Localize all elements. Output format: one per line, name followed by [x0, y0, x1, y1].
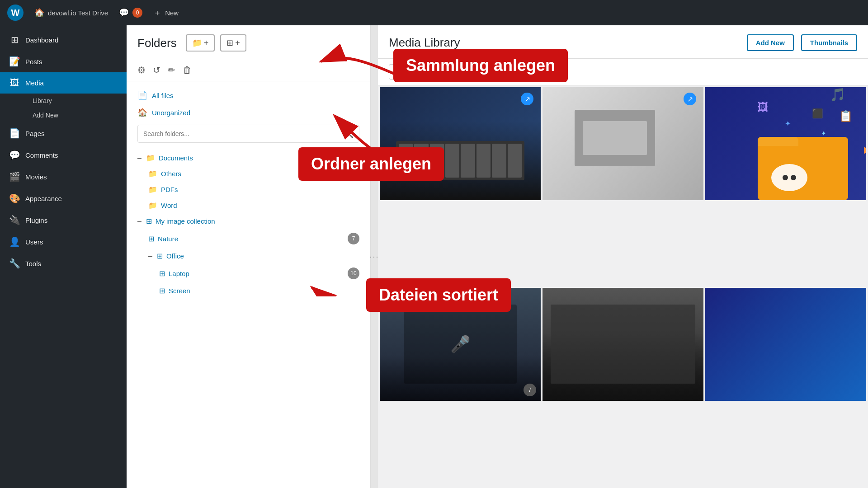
media-thumb-2[interactable]: ↗	[542, 87, 703, 200]
sidebar-item-movies[interactable]: 🎬 Movies	[0, 166, 127, 188]
collection-icon: ⊞	[226, 38, 233, 48]
refresh-icon[interactable]: ↺	[153, 65, 160, 75]
my-image-collection-label: My image collection	[156, 217, 215, 225]
sidebar-item-media[interactable]: 🖼 Media	[0, 72, 127, 94]
site-name-label: devowl.io Test Drive	[48, 9, 108, 17]
folder-search-box[interactable]: 🔍	[137, 125, 359, 143]
media-header: Media Library Add New Thumbnails	[378, 25, 868, 59]
office-label: Office	[166, 252, 184, 260]
pdfs-label: PDFs	[161, 186, 178, 193]
sidebar-item-dashboard[interactable]: ⊞ Dashboard	[0, 29, 127, 51]
screen-label: Screen	[169, 287, 190, 295]
sidebar-item-comments[interactable]: 💬 Comments	[0, 144, 127, 166]
nature-label: Nature	[158, 235, 178, 243]
collapse-collection[interactable]: –	[137, 217, 142, 225]
home-icon: 🏠	[34, 8, 44, 18]
sidebar-label-comments: Comments	[25, 151, 58, 159]
comments-item[interactable]: 💬 0	[119, 8, 142, 18]
tools-icon: 🔧	[9, 258, 20, 269]
folder-others-icon: 📁	[148, 169, 157, 178]
delete-icon[interactable]: 🗑	[183, 65, 192, 75]
folders-title: Folders	[137, 36, 177, 50]
add-folder-button[interactable]: 📁 +	[186, 34, 215, 52]
comments-sidebar-icon: 💬	[9, 150, 20, 160]
collection-office-icon: ⊞	[157, 252, 163, 260]
sidebar-item-tools[interactable]: 🔧 Tools	[0, 253, 127, 274]
nav-unorganized[interactable]: 🏠 Unorganized	[127, 104, 370, 121]
sidebar-item-posts[interactable]: 📝 Posts	[0, 51, 127, 72]
settings-icon[interactable]: ⚙	[137, 65, 146, 75]
all-files-label: All files	[152, 92, 174, 99]
tree-item-my-image-collection[interactable]: – ⊞ My image collection	[127, 213, 370, 229]
folders-header: Folders 📁 + ⊞ +	[127, 25, 370, 59]
laptop-label: Laptop	[169, 270, 189, 277]
thumbnails-button[interactable]: Thumbnails	[801, 34, 857, 51]
folder-icon: 📁	[192, 38, 202, 48]
media-thumb-3[interactable]: 🎵 🖼 📋 ✦ ✦ ⬛ ▶	[705, 87, 866, 200]
admin-bar: W 🏠 devowl.io Test Drive 💬 0 ＋ New	[0, 0, 868, 25]
posts-icon: 📝	[9, 56, 20, 67]
comments-badge: 0	[132, 8, 142, 18]
media-thumb-5[interactable]	[542, 288, 703, 401]
folder-documents-icon: 📁	[146, 154, 155, 162]
collapse-office[interactable]: –	[148, 252, 152, 260]
tree-item-office[interactable]: – ⊞ Office	[127, 248, 370, 264]
media-toolbar: All dates 2024 2023	[378, 59, 868, 85]
folder-pdfs-icon: 📁	[148, 185, 157, 194]
new-item[interactable]: ＋ New	[153, 7, 179, 18]
tree-item-word[interactable]: 📁 Word	[127, 197, 370, 213]
panel-resize-handle[interactable]: ⋮	[371, 25, 378, 488]
tree-item-laptop[interactable]: ⊞ Laptop 10	[127, 264, 370, 283]
site-name-item[interactable]: 🏠 devowl.io Test Drive	[34, 8, 108, 18]
media-panel: Media Library Add New Thumbnails All dat…	[378, 25, 868, 488]
documents-label: Documents	[159, 154, 193, 162]
sidebar-label-appearance: Appearance	[25, 195, 62, 202]
folders-body: 📄 All files 🏠 Unorganized 🔍 – 📁 Document…	[127, 81, 370, 488]
collapse-documents[interactable]: –	[137, 154, 142, 162]
folder-search-input[interactable]	[143, 130, 344, 137]
movies-icon: 🎬	[9, 171, 20, 182]
media-thumb-1[interactable]: ↗	[380, 87, 541, 200]
tree-item-nature[interactable]: ⊞ Nature 7	[127, 229, 370, 248]
media-icon: 🖼	[9, 78, 20, 88]
tree-item-pdfs[interactable]: 📁 PDFs	[127, 182, 370, 197]
sidebar-item-plugins[interactable]: 🔌 Plugins	[0, 209, 127, 231]
add-collection-button[interactable]: ⊞ +	[220, 34, 246, 52]
home-folder-icon: 🏠	[137, 108, 147, 117]
search-icon: 🔍	[344, 129, 354, 139]
sidebar-item-users[interactable]: 👤 Users	[0, 231, 127, 253]
nature-badge: 7	[348, 233, 359, 244]
folders-toolbar: ⚙ ↺ ✏ 🗑	[127, 59, 370, 81]
collection-laptop-icon: ⊞	[159, 269, 165, 278]
pages-icon: 📄	[9, 128, 20, 139]
collection-nature-icon: ⊞	[148, 235, 154, 243]
sidebar-label-users: Users	[25, 238, 43, 246]
add-new-media-button[interactable]: Add New	[747, 34, 794, 51]
sidebar-item-pages[interactable]: 📄 Pages	[0, 122, 127, 144]
media-library-title: Media Library	[389, 36, 740, 50]
media-thumb-6[interactable]	[705, 288, 866, 401]
plus-icon: ＋	[153, 7, 161, 18]
plugins-icon: 🔌	[9, 215, 20, 225]
date-filter-select[interactable]: All dates 2024 2023	[389, 64, 434, 80]
nav-all-files[interactable]: 📄 All files	[127, 87, 370, 104]
wp-logo[interactable]: W	[7, 5, 24, 21]
edit-icon[interactable]: ✏	[168, 65, 175, 75]
users-icon: 👤	[9, 236, 20, 247]
sidebar-item-add-new[interactable]: Add New	[25, 108, 127, 122]
sidebar-item-appearance[interactable]: 🎨 Appearance	[0, 188, 127, 209]
new-label: New	[165, 9, 179, 17]
tree-item-others[interactable]: 📁 Others	[127, 166, 370, 182]
tree-item-documents[interactable]: – 📁 Documents	[127, 150, 370, 166]
collection-screen-icon: ⊞	[159, 286, 165, 295]
sidebar-label-library: Library	[33, 97, 52, 104]
media-thumb-4[interactable]: 🎤 7	[380, 288, 541, 401]
sidebar-label-movies: Movies	[25, 173, 47, 181]
folders-panel: Folders 📁 + ⊞ + ⚙ ↺ ✏ 🗑 📄 All	[127, 25, 371, 488]
sidebar-item-library[interactable]: Library	[25, 94, 127, 108]
collection-my-icon: ⊞	[146, 217, 152, 225]
tree-item-screen[interactable]: ⊞ Screen	[127, 283, 370, 299]
sidebar-label-tools: Tools	[25, 260, 41, 267]
date-filter-wrapper[interactable]: All dates 2024 2023	[389, 64, 434, 80]
sidebar-label-media: Media	[25, 79, 44, 87]
